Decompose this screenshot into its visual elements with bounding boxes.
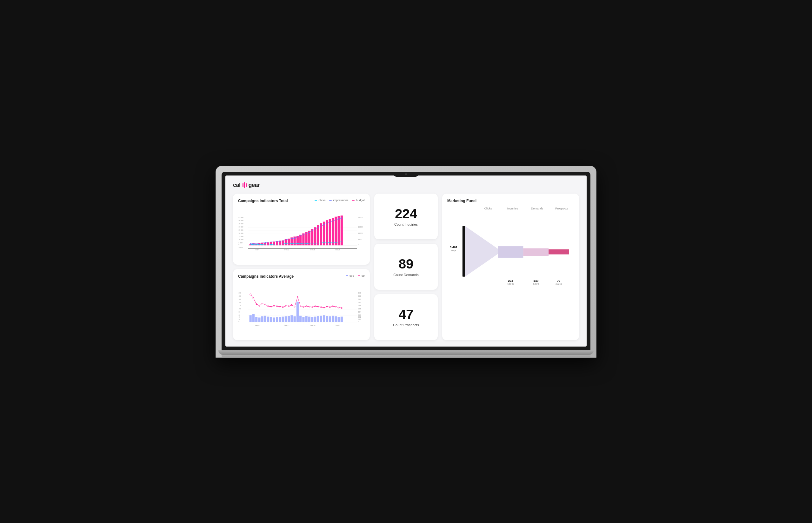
svg-point-57: [294, 237, 295, 239]
legend-dot-budget: [352, 200, 355, 201]
svg-rect-101: [273, 317, 275, 322]
svg-rect-97: [261, 316, 264, 322]
svg-point-147: [314, 306, 316, 307]
legend-impressions: impressions: [329, 199, 348, 202]
logo: cal gear: [233, 182, 579, 188]
svg-text:Oct 11: Oct 11: [284, 324, 289, 326]
svg-marker-163: [465, 226, 498, 277]
svg-point-152: [329, 306, 330, 307]
svg-text:40: 40: [238, 316, 240, 318]
total-chart-svg: 45 000 40 000 35 000 30 000 25 000 20 00…: [238, 208, 365, 258]
svg-point-135: [279, 306, 281, 307]
svg-text:0.08: 0.08: [358, 298, 361, 300]
svg-point-144: [306, 306, 307, 307]
svg-text:Oct 18: Oct 18: [310, 249, 315, 250]
svg-point-142: [300, 305, 301, 306]
stat-label-prospects: Count Prospects: [393, 323, 419, 327]
svg-text:0: 0: [238, 244, 239, 246]
svg-rect-108: [294, 316, 296, 322]
svg-rect-103: [279, 317, 281, 322]
svg-text:180: 180: [238, 295, 241, 297]
svg-point-132: [270, 306, 272, 307]
svg-rect-119: [326, 316, 328, 322]
svg-text:0.09: 0.09: [358, 295, 361, 297]
funnel-svg: 3 401 Stage 224 6.59 % 149 4.38 % 72 2.1…: [447, 213, 574, 295]
svg-rect-100: [270, 317, 272, 322]
svg-point-145: [309, 306, 310, 307]
svg-text:Oct 4: Oct 4: [255, 324, 260, 326]
svg-rect-106: [288, 316, 290, 322]
legend-dot-cpc: [346, 275, 348, 276]
svg-point-156: [341, 307, 343, 308]
svg-text:0: 0: [358, 244, 359, 246]
svg-rect-93: [250, 315, 252, 322]
svg-rect-112: [305, 316, 308, 322]
stat-card-prospects: 47 Count Prospects: [374, 294, 438, 340]
svg-text:149: 149: [533, 278, 538, 282]
average-chart-title: Campaigns indicators Average: [238, 274, 294, 278]
svg-rect-99: [267, 317, 269, 322]
svg-text:45 000: 45 000: [238, 216, 243, 218]
svg-text:120: 120: [238, 304, 241, 306]
svg-rect-44: [314, 227, 316, 245]
svg-rect-96: [258, 317, 260, 322]
svg-point-150: [323, 307, 325, 308]
svg-rect-117: [320, 315, 322, 322]
svg-text:0.05: 0.05: [358, 307, 361, 309]
laptop-frame: cal gear: [216, 166, 596, 358]
laptop-base: [218, 350, 594, 355]
svg-rect-165: [523, 248, 548, 256]
middle-column: 224 Count Inquiries 89 Count Demands 47 …: [374, 194, 438, 340]
svg-rect-115: [314, 317, 316, 322]
svg-rect-45: [317, 225, 319, 245]
svg-text:60: 60: [238, 314, 240, 316]
svg-text:0.04: 0.04: [358, 311, 361, 312]
laptop-bottom-bar: [221, 350, 591, 357]
svg-rect-123: [338, 317, 340, 322]
legend-budget: budget: [352, 199, 365, 202]
svg-rect-29: [270, 242, 272, 245]
svg-rect-52: [338, 216, 340, 245]
svg-text:30 000: 30 000: [238, 226, 243, 228]
svg-point-125: [250, 293, 251, 295]
funnel-column-labels: Clicks Inquiries Demands Prospects: [447, 207, 574, 210]
svg-text:5 000: 5 000: [238, 241, 242, 244]
svg-text:10 000: 10 000: [358, 232, 363, 234]
svg-point-60: [338, 218, 339, 220]
stat-number-inquiries: 224: [395, 206, 417, 221]
svg-text:Oct 18: Oct 18: [310, 324, 315, 326]
funnel-card: Marketing Funel Clicks Inquiries Demands…: [442, 194, 579, 340]
stat-card-inquiries: 224 Count Inquiries: [374, 194, 438, 240]
svg-rect-102: [276, 317, 278, 322]
svg-text:5 000: 5 000: [358, 238, 362, 240]
svg-rect-104: [282, 317, 284, 322]
svg-point-155: [338, 307, 339, 308]
svg-text:20: 20: [238, 318, 240, 320]
svg-text:25 000: 25 000: [238, 229, 243, 231]
dashboard-grid: Campaigns indicators Total clicks: [233, 194, 579, 340]
svg-text:3 401: 3 401: [450, 245, 458, 249]
svg-text:10 000: 10 000: [238, 238, 243, 240]
svg-text:6.59 %: 6.59 %: [508, 283, 514, 285]
svg-point-136: [282, 306, 284, 307]
svg-rect-48: [326, 220, 328, 245]
legend-label-cpc: cpc: [349, 274, 354, 277]
svg-rect-110: [299, 315, 302, 322]
svg-point-154: [335, 306, 337, 307]
logo-bar-1: [242, 183, 243, 187]
legend-cpc: cpc: [346, 274, 354, 277]
svg-point-126: [253, 297, 254, 299]
svg-point-146: [312, 306, 313, 307]
legend-label-ctr: ctr: [362, 274, 365, 277]
total-chart-title: Campaigns indicators Total: [238, 199, 288, 203]
svg-rect-33: [282, 240, 284, 245]
svg-text:0.01: 0.01: [358, 318, 361, 320]
average-chart-legend: cpc ctr: [346, 274, 365, 277]
svg-point-151: [326, 306, 328, 307]
svg-text:Oct 25: Oct 25: [335, 324, 340, 326]
svg-point-153: [332, 306, 333, 307]
svg-point-55: [265, 242, 266, 243]
svg-rect-118: [323, 315, 325, 322]
svg-rect-98: [264, 315, 266, 322]
svg-text:20 000: 20 000: [238, 232, 243, 234]
